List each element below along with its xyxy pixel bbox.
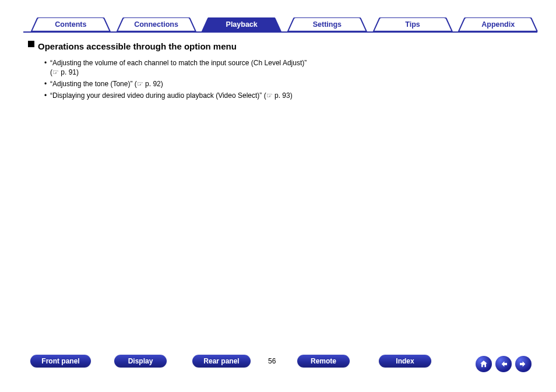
rear-panel-button[interactable]: Rear panel bbox=[192, 355, 251, 368]
home-button[interactable] bbox=[476, 356, 492, 372]
page-number: 56 bbox=[268, 357, 276, 365]
bottom-bar: Front panel Display Rear panel 56 Remote… bbox=[0, 355, 556, 370]
item-text: “Adjusting the tone (Tone)” bbox=[50, 80, 132, 88]
tab-contents[interactable]: Contents bbox=[24, 17, 117, 31]
tab-playback[interactable]: Playback bbox=[195, 17, 288, 31]
tab-underline bbox=[23, 31, 537, 33]
bullet-square-icon bbox=[28, 41, 34, 47]
tab-connections[interactable]: Connections bbox=[110, 17, 203, 31]
front-panel-label: Front panel bbox=[41, 357, 79, 365]
item-ref: (☞ p. 91) bbox=[50, 68, 79, 76]
option-list: “Adjusting the volume of each channel to… bbox=[44, 58, 343, 101]
list-item[interactable]: “Displaying your desired video during au… bbox=[44, 91, 330, 100]
remote-button[interactable]: Remote bbox=[297, 355, 350, 368]
index-button[interactable]: Index bbox=[379, 355, 431, 368]
section-heading-text: Operations accessible through the option… bbox=[38, 41, 237, 52]
display-button[interactable]: Display bbox=[114, 355, 167, 368]
section-heading: Operations accessible through the option… bbox=[28, 41, 343, 52]
forward-button[interactable] bbox=[515, 356, 532, 372]
index-label: Index bbox=[396, 357, 414, 365]
item-text: “Displaying your desired video during au… bbox=[50, 91, 262, 100]
tab-tips[interactable]: Tips bbox=[367, 17, 459, 31]
list-item[interactable]: “Adjusting the volume of each channel to… bbox=[44, 58, 330, 77]
tab-settings[interactable]: Settings bbox=[281, 17, 374, 31]
content: Operations accessible through the option… bbox=[28, 41, 343, 103]
nav-icons bbox=[476, 356, 532, 372]
list-item[interactable]: “Adjusting the tone (Tone)” (☞ p. 92) bbox=[44, 79, 330, 89]
home-icon bbox=[479, 359, 488, 369]
tab-appendix[interactable]: Appendix bbox=[452, 17, 544, 31]
item-ref: (☞ p. 93) bbox=[264, 91, 293, 100]
front-panel-button[interactable]: Front panel bbox=[30, 355, 91, 368]
display-label: Display bbox=[128, 357, 153, 365]
item-ref: (☞ p. 92) bbox=[135, 80, 163, 88]
arrow-right-icon bbox=[519, 359, 528, 369]
arrow-left-icon bbox=[499, 359, 508, 369]
rear-panel-label: Rear panel bbox=[203, 357, 239, 365]
back-button[interactable] bbox=[495, 356, 512, 372]
remote-label: Remote bbox=[311, 357, 336, 365]
item-text: “Adjusting the volume of each channel to… bbox=[50, 59, 307, 67]
